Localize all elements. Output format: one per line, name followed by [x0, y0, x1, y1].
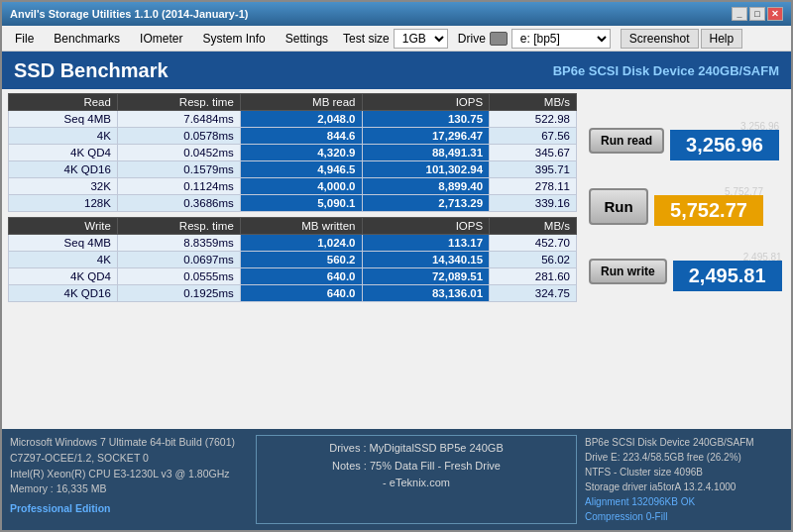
main-content: Read Resp. time MB read IOPS MB/s Seq 4M…: [2, 89, 791, 429]
write-col-label: Write: [9, 218, 118, 235]
drive-detail-line4: Storage driver ia5torA 13.2.4.1000: [585, 479, 783, 494]
write-col-iops: IOPS: [362, 218, 490, 235]
read-score-wrapper: 3,256.96 3,256.96: [670, 121, 779, 160]
sys-line3: Intel(R) Xeon(R) CPU E3-1230L v3 @ 1.80G…: [10, 467, 248, 482]
read-header-row: Read Resp. time MB read IOPS MB/s: [9, 94, 577, 111]
write-table-row: Seq 4MB8.8359ms1,024.0113.17452.70: [9, 235, 577, 252]
app-header: SSD Benchmark BP6e SCSI Disk Device 240G…: [2, 52, 791, 89]
drive-icon: [490, 32, 508, 46]
read-table-row: 4K QD40.0452ms4,320.988,491.31345.67: [9, 145, 577, 161]
write-col-resp: Resp. time: [117, 218, 240, 235]
close-button[interactable]: ✕: [767, 7, 783, 21]
write-col-mb: MB written: [240, 218, 362, 235]
menu-iometer[interactable]: IOmeter: [131, 29, 191, 49]
test-size-group: Test size 1GB: [343, 29, 448, 49]
drive-select[interactable]: e: [bp5]: [511, 29, 611, 49]
sys-line4: Memory : 16,335 MB: [10, 481, 248, 497]
main-window: Anvil's Storage Utilities 1.1.0 (2014-Ja…: [0, 0, 793, 532]
maximize-button[interactable]: □: [749, 7, 765, 21]
window-title: Anvil's Storage Utilities 1.1.0 (2014-Ja…: [10, 8, 248, 20]
read-col-iops: IOPS: [362, 94, 490, 111]
write-score-wrapper: 2,495.81 2,495.81: [673, 252, 782, 291]
drive-details: BP6e SCSI Disk Device 240GB/SAFM Drive E…: [585, 435, 783, 524]
system-info: Microsoft Windows 7 Ultimate 64-bit Buil…: [10, 435, 248, 524]
drive-detail-line3: NTFS - Cluster size 4096B: [585, 465, 783, 479]
help-button[interactable]: Help: [701, 29, 743, 49]
write-table-row: 4K QD40.0555ms640.072,089.51281.60: [9, 268, 577, 285]
read-col-mb: MB read: [240, 94, 362, 111]
ssd-benchmark-title: SSD Benchmark: [14, 59, 169, 82]
read-table-row: 32K0.1124ms4,000.08,899.40278.11: [9, 178, 577, 195]
minimize-button[interactable]: _: [732, 7, 747, 21]
run-write-button[interactable]: Run write: [589, 259, 667, 284]
benchmark-area: Read Resp. time MB read IOPS MB/s Seq 4M…: [2, 89, 583, 429]
screenshot-button[interactable]: Screenshot: [621, 29, 699, 49]
notes-line3: - eTeknix.com: [265, 475, 568, 492]
sys-line2: C7Z97-OCEE/1.2, SOCKET 0: [10, 451, 248, 467]
menu-system-info[interactable]: System Info: [193, 29, 274, 49]
main-score-wrapper: 5,752.77 5,752.77: [654, 186, 763, 226]
read-table-row: Seq 4MB7.6484ms2,048.0130.75522.98: [9, 111, 577, 128]
read-col-label: Read: [9, 94, 118, 111]
read-table-row: 128K0.3686ms5,090.12,713.29339.16: [9, 195, 577, 212]
read-col-mbs: MB/s: [490, 94, 577, 111]
notes-area: Drives : MyDigitalSSD BP5e 240GB Notes :…: [256, 435, 577, 524]
pro-edition-label: Professional Edition: [10, 501, 248, 517]
read-table-row: 4K QD160.1579ms4,946.5101,302.94395.71: [9, 161, 577, 178]
drive-group: Drive e: [bp5]: [458, 29, 611, 49]
write-score-box: 2,495.81: [673, 261, 782, 291]
menu-bar: File Benchmarks IOmeter System Info Sett…: [2, 26, 791, 52]
bottom-area: Microsoft Windows 7 Ultimate 64-bit Buil…: [2, 429, 791, 530]
main-score-box: 5,752.77: [654, 195, 763, 226]
test-size-select[interactable]: 1GB: [394, 29, 448, 49]
window-controls: _ □ ✕: [732, 7, 783, 21]
read-score-box: 3,256.96: [670, 130, 779, 160]
sys-line1: Microsoft Windows 7 Ultimate 64-bit Buil…: [10, 435, 248, 451]
drive-detail-line5: Alignment 132096KB OK: [585, 494, 783, 509]
write-table-row: 4K0.0697ms560.214,340.1556.02: [9, 252, 577, 268]
read-table: Read Resp. time MB read IOPS MB/s Seq 4M…: [8, 93, 577, 302]
drive-detail-line1: BP6e SCSI Disk Device 240GB/SAFM: [585, 435, 783, 450]
read-table-row: 4K0.0578ms844.617,296.4767.56: [9, 128, 577, 145]
read-score-block: Run read 3,256.96 3,256.96: [589, 121, 785, 160]
run-button[interactable]: Run: [589, 188, 648, 225]
right-panel: Run read 3,256.96 3,256.96 Run 5,752.77 …: [583, 89, 791, 429]
device-info: BP6e SCSI Disk Device 240GB/SAFM: [553, 63, 779, 78]
write-table-row: 4K QD160.1925ms640.083,136.01324.75: [9, 285, 577, 302]
main-score-block: Run 5,752.77 5,752.77: [589, 186, 785, 226]
title-bar: Anvil's Storage Utilities 1.1.0 (2014-Ja…: [2, 2, 791, 26]
notes-line1: Drives : MyDigitalSSD BP5e 240GB: [265, 440, 568, 458]
menu-benchmarks[interactable]: Benchmarks: [45, 29, 129, 49]
test-size-label: Test size: [343, 32, 390, 46]
run-read-button[interactable]: Run read: [589, 128, 664, 154]
write-col-mbs: MB/s: [490, 218, 577, 235]
menu-file[interactable]: File: [6, 29, 43, 49]
write-header-row: Write Resp. time MB written IOPS MB/s: [9, 218, 577, 235]
notes-line2: Notes : 75% Data Fill - Fresh Drive: [265, 458, 568, 476]
read-col-resp: Resp. time: [117, 94, 240, 111]
drive-detail-line6: Compression 0-Fill: [585, 509, 783, 524]
menu-settings[interactable]: Settings: [277, 29, 337, 49]
write-score-block: Run write 2,495.81 2,495.81: [589, 252, 785, 291]
drive-detail-line2: Drive E: 223.4/58.5GB free (26.2%): [585, 450, 783, 465]
drive-label: Drive: [458, 32, 486, 46]
